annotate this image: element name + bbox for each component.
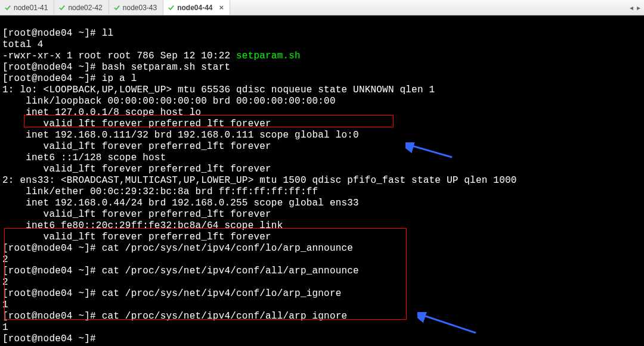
tab-node03[interactable]: node03-43 [109, 0, 163, 15]
terminal-line: [root@node04 ~]# cat /proc/sys/net/ipv4/… [2, 266, 359, 276]
terminal-line: 2: ens33: <BROADCAST,MULTICAST,UP,LOWER_… [2, 175, 517, 186]
terminal-line: valid_lft forever preferred_lft forever [2, 232, 271, 242]
terminal-line: valid_lft forever preferred_lft forever [2, 209, 271, 220]
terminal-line: link/ether 00:0c:29:32:bc:8a brd ff:ff:f… [2, 186, 318, 197]
terminal-line: valid_lft forever preferred_lft forever [2, 141, 271, 152]
terminal-line: 2 [2, 254, 8, 265]
svg-line-1 [410, 145, 452, 157]
terminal-line: [root@node04 ~]# [2, 333, 96, 344]
tab-node01[interactable]: node01-41 [0, 0, 54, 15]
filename-executable: setparam.sh [236, 51, 301, 61]
terminal-line: [root@node04 ~]# cat /proc/sys/net/ipv4/… [2, 288, 342, 299]
check-icon [168, 5, 174, 11]
terminal-line: inet6 fe80::20c:29ff:fe32:bc8a/64 scope … [2, 220, 283, 231]
terminal[interactable]: [root@node04 ~]# ll total 4 -rwxr-xr-x 1… [0, 15, 644, 346]
svg-line-3 [422, 315, 476, 333]
check-icon [114, 5, 120, 11]
tab-nav-right-icon[interactable]: ▸ [637, 4, 640, 12]
arrow-annotation [405, 120, 453, 183]
tab-node02[interactable]: node02-42 [54, 0, 109, 15]
tab-label: node02-42 [68, 4, 102, 12]
tab-label: node01-41 [14, 4, 48, 12]
terminal-line: [root@node04 ~]# cat /proc/sys/net/ipv4/… [2, 243, 353, 254]
terminal-line: total 4 [2, 39, 44, 50]
arrow-annotation [417, 289, 477, 346]
tab-label: node03-43 [123, 4, 157, 12]
terminal-line: -rwxr-xr-x 1 root root 786 Sep 12 10:22 … [2, 51, 301, 61]
check-icon [59, 5, 65, 11]
check-icon [5, 5, 11, 11]
terminal-line: 1: lo: <LOOPBACK,UP,LOWER_UP> mtu 65536 … [2, 85, 435, 95]
terminal-line: 1 [2, 300, 8, 310]
close-icon[interactable]: × [219, 3, 224, 12]
tab-node04[interactable]: node04-44 × [163, 0, 230, 15]
terminal-line: inet 192.168.0.111/32 brd 192.168.0.111 … [2, 130, 359, 141]
terminal-line: [root@node04 ~]# cat /proc/sys/net/ipv4/… [2, 311, 347, 322]
terminal-line: inet 127.0.0.1/8 scope host lo [2, 107, 201, 118]
terminal-line: valid_lft forever preferred_lft forever [2, 119, 271, 129]
terminal-line: valid_lft forever preferred_lft forever [2, 164, 271, 174]
terminal-line: [root@node04 ~]# ip a l [2, 73, 137, 84]
terminal-line: 1 [2, 322, 8, 333]
terminal-line: inet6 ::1/128 scope host [2, 152, 166, 163]
terminal-line: inet 192.168.0.44/24 brd 192.168.0.255 s… [2, 198, 359, 208]
terminal-line: link/loopback 00:00:00:00:00:00 brd 00:0… [2, 96, 336, 107]
terminal-line: [root@node04 ~]# ll [2, 28, 113, 39]
tab-bar: node01-41 node02-42 node03-43 node04-44 … [0, 0, 644, 15]
tab-nav-left-icon[interactable]: ◂ [630, 4, 633, 12]
tab-label: node04-44 [177, 4, 212, 12]
terminal-line: [root@node04 ~]# bash setparam.sh start [2, 62, 230, 73]
terminal-line: 2 [2, 277, 8, 288]
tab-controls: ◂ ▸ [626, 0, 644, 15]
